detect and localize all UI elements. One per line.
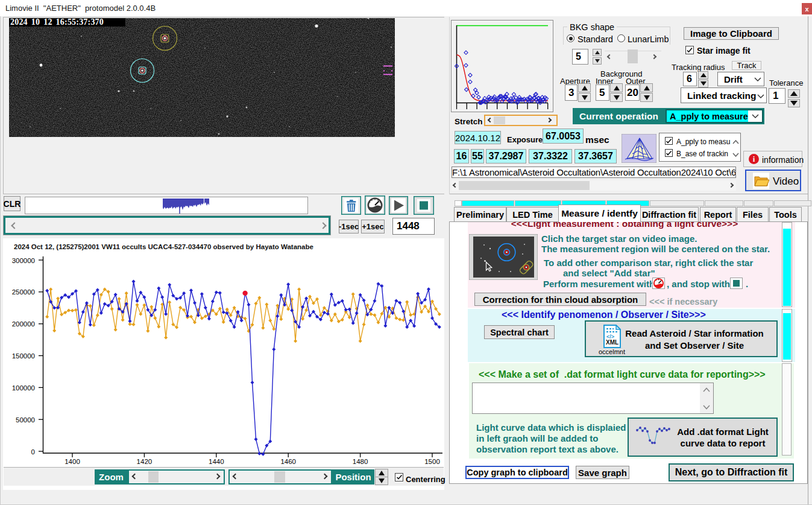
svg-text:1480: 1480 bbox=[353, 458, 368, 465]
svg-text:100000: 100000 bbox=[12, 384, 35, 392]
svg-text:0: 0 bbox=[31, 448, 35, 456]
svg-text:50000: 50000 bbox=[16, 416, 35, 424]
svg-text:150000: 150000 bbox=[12, 352, 35, 360]
svg-text:1440: 1440 bbox=[209, 458, 224, 465]
svg-text:1460: 1460 bbox=[280, 458, 296, 465]
svg-text:1500: 1500 bbox=[424, 458, 440, 465]
svg-text:XML: XML bbox=[606, 339, 618, 346]
svg-text:1420: 1420 bbox=[137, 458, 153, 465]
svg-text:1400: 1400 bbox=[65, 458, 80, 465]
svg-text:250000: 250000 bbox=[12, 288, 35, 296]
svg-text:300000: 300000 bbox=[12, 257, 35, 264]
svg-text:200000: 200000 bbox=[12, 320, 35, 328]
